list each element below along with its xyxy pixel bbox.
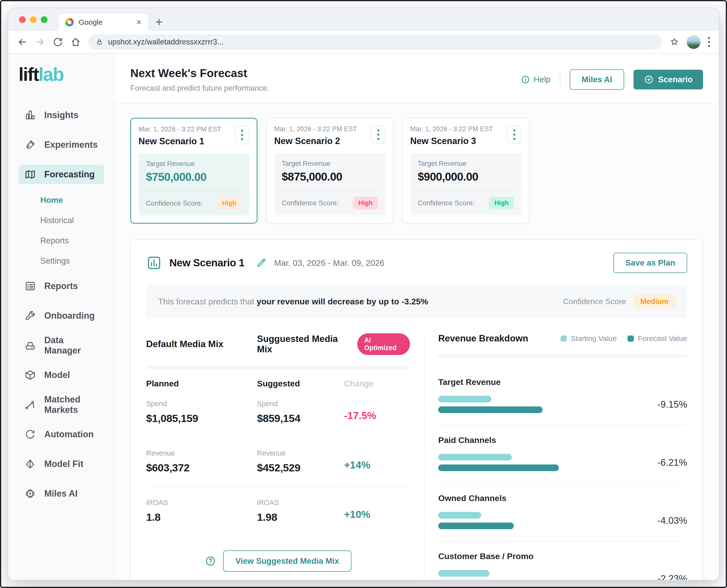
hard-drive-icon	[24, 340, 36, 351]
zoom-window-button[interactable]	[41, 16, 47, 23]
scenario-menu-icon[interactable]	[507, 125, 522, 144]
sidebar-item-miles-ai[interactable]: Miles AI	[19, 484, 104, 503]
forward-icon[interactable]	[35, 37, 45, 47]
scenario-menu-icon[interactable]	[371, 125, 385, 144]
confidence-score-label: Confidence Score	[563, 297, 626, 306]
profile-avatar[interactable]	[687, 35, 701, 49]
browser-menu-icon[interactable]	[708, 37, 710, 47]
minimize-window-button[interactable]	[30, 16, 37, 23]
header-divider	[560, 72, 560, 87]
sidebar: liftlab Insights Experiments	[8, 54, 115, 580]
metric-label: Revenue	[257, 449, 344, 457]
sidebar-item-reports[interactable]: Reports	[19, 276, 104, 296]
save-as-plan-button[interactable]: Save as Plan	[613, 253, 687, 273]
subnav-item-historical[interactable]: Historical	[40, 213, 104, 228]
sidebar-item-model[interactable]: Model	[19, 365, 104, 385]
sidebar-item-label: Miles AI	[44, 488, 78, 499]
lock-icon	[96, 38, 103, 46]
sidebar-item-model-fit[interactable]: Model Fit	[19, 454, 104, 474]
change-percent: -4.03%	[643, 516, 687, 526]
bookmark-star-icon[interactable]	[669, 37, 679, 47]
scenario-card-1[interactable]: Mar. 1, 2026 - 3:22 PM EST New Scenario …	[130, 118, 258, 224]
metric-label: iROAS	[146, 499, 257, 507]
screen: Google × + upshot.xyz/walletaddressxxzrr…	[0, 0, 727, 588]
edit-pencil-icon[interactable]	[256, 258, 266, 268]
confidence-medium-badge: Medium	[633, 294, 675, 309]
date-range: Mar. 03, 2026 - Mar. 09, 2026	[274, 258, 384, 268]
info-icon	[521, 75, 530, 84]
scenario-card-2[interactable]: Mar. 1, 2026 - 3:22 PM EST New Scenario …	[266, 118, 393, 224]
confidence-badge: High	[489, 197, 514, 209]
sidebar-item-data-manager[interactable]: Data Manager	[19, 336, 104, 355]
metric-label: Spend	[146, 400, 257, 408]
forecast-banner: This forecast predicts that your revenue…	[146, 285, 687, 318]
scenario-title: New Scenario 1	[139, 136, 221, 147]
suggested-value: $452,529	[257, 462, 344, 474]
scenario-card-3[interactable]: Mar. 1, 2026 - 3:22 PM EST New Scenario …	[402, 118, 529, 224]
add-scenario-button[interactable]: Scenario	[633, 70, 703, 89]
sidebar-item-matched-markets[interactable]: Matched Markets	[19, 395, 104, 414]
question-circle-icon[interactable]	[205, 555, 216, 567]
chip-icon	[24, 488, 36, 499]
home-icon[interactable]	[70, 37, 81, 47]
scenario-cards-row: Mar. 1, 2026 - 3:22 PM EST New Scenario …	[130, 118, 703, 224]
suggested-value: $859,154	[257, 412, 344, 424]
reload-icon[interactable]	[53, 37, 63, 47]
change-value: +14%	[344, 459, 410, 471]
plus-circle-icon	[644, 75, 654, 84]
help-label: Help	[533, 75, 550, 84]
help-link[interactable]: Help	[521, 75, 550, 84]
subnav-item-home[interactable]: Home	[40, 193, 104, 207]
breakdown-label: Target Revenue	[438, 377, 687, 387]
sidebar-item-label: Matched Markets	[44, 394, 98, 415]
sidebar-item-label: Forecasting	[44, 169, 95, 180]
prism-icon	[24, 458, 36, 470]
tab-title: Google	[79, 18, 131, 26]
liftlab-logo: liftlab	[19, 65, 104, 84]
suggested-media-mix-header: Sugguested Media Mix	[257, 334, 351, 355]
view-suggested-media-mix-button[interactable]: View Suggested Media Mix	[223, 550, 351, 572]
address-bar[interactable]: upshot.xyz/walletaddressxxzrrr3...	[88, 34, 662, 50]
miles-ai-button[interactable]: Miles AI	[570, 69, 624, 90]
new-tab-button[interactable]: +	[155, 16, 163, 28]
scenario-menu-icon[interactable]	[235, 126, 249, 144]
back-icon[interactable]	[17, 37, 27, 47]
tab-strip: Google × +	[8, 8, 719, 31]
change-value: -17.5%	[344, 410, 410, 421]
forecast-value-bar	[438, 406, 543, 413]
sidebar-item-onboarding[interactable]: Onboarding	[19, 306, 104, 326]
scenario-title: New Scenario 3	[410, 136, 493, 146]
target-revenue-value: $750,000.00	[146, 170, 242, 184]
browser-tab[interactable]: Google ×	[59, 14, 148, 31]
header-actions: Help Miles AI Scenario	[521, 69, 703, 90]
panel-title: New Scenario 1	[169, 257, 244, 269]
browser-window: Google × + upshot.xyz/walletaddressxxzrr…	[8, 8, 719, 580]
sidebar-item-experiments[interactable]: Experiments	[19, 135, 104, 154]
sidebar-item-insights[interactable]: Insights	[19, 105, 104, 125]
starting-value-bar	[438, 396, 491, 402]
url-text: upshot.xyz/walletaddressxxzrrr3...	[108, 38, 224, 46]
forecast-value-bar	[438, 523, 514, 529]
page-body: Mar. 1, 2026 - 3:22 PM EST New Scenario …	[115, 104, 719, 580]
bar-chart-icon	[24, 109, 36, 121]
legend: Starting Value Forecast Value	[561, 334, 687, 343]
planned-value: $1,085,159	[146, 412, 257, 424]
target-revenue-value: $900,000.00	[418, 170, 514, 183]
sidebar-item-label: Automation	[44, 429, 94, 440]
confidence-score-label: Confidence Score:	[418, 199, 474, 207]
sidebar-item-forecasting[interactable]: Forecasting	[19, 165, 104, 184]
subnav-item-settings[interactable]: Settings	[40, 254, 104, 268]
panel-title-row: New Scenario 1 Mar. 03, 2026 - Mar. 09, …	[146, 253, 687, 273]
breakdown-paid-channels: Paid Channels -6.21%	[438, 425, 687, 483]
sidebar-item-automation[interactable]: Automation	[19, 425, 104, 444]
revenue-breakdown-title: Revenue Breakdown	[438, 333, 528, 344]
planned-column-header: Planned	[146, 379, 257, 388]
suggested-value: 1.98	[257, 511, 344, 523]
target-revenue-label: Target Revenue	[418, 160, 514, 168]
starting-value-bar	[438, 570, 489, 576]
map-icon	[24, 169, 36, 180]
chart-square-icon	[146, 255, 162, 271]
subnav-item-reports[interactable]: Reports	[40, 233, 104, 248]
tab-close-icon[interactable]: ×	[136, 18, 141, 27]
close-window-button[interactable]	[19, 16, 26, 23]
